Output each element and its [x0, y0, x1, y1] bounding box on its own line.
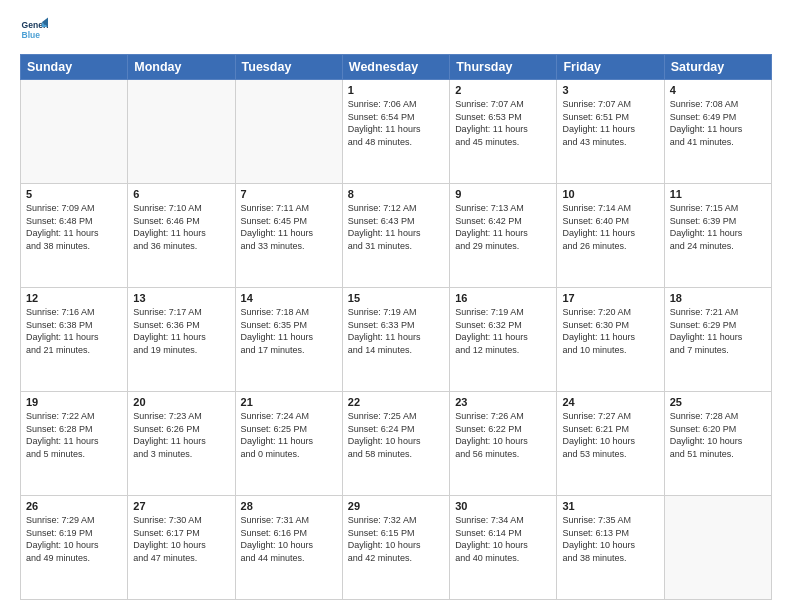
weekday-header: Wednesday: [342, 55, 449, 80]
day-number: 18: [670, 292, 766, 304]
day-number: 11: [670, 188, 766, 200]
calendar-cell: 8Sunrise: 7:12 AM Sunset: 6:43 PM Daylig…: [342, 184, 449, 288]
calendar-cell: 26Sunrise: 7:29 AM Sunset: 6:19 PM Dayli…: [21, 496, 128, 600]
day-info: Sunrise: 7:22 AM Sunset: 6:28 PM Dayligh…: [26, 410, 122, 460]
calendar-cell: 11Sunrise: 7:15 AM Sunset: 6:39 PM Dayli…: [664, 184, 771, 288]
calendar-cell: 30Sunrise: 7:34 AM Sunset: 6:14 PM Dayli…: [450, 496, 557, 600]
day-info: Sunrise: 7:28 AM Sunset: 6:20 PM Dayligh…: [670, 410, 766, 460]
calendar-row: 12Sunrise: 7:16 AM Sunset: 6:38 PM Dayli…: [21, 288, 772, 392]
calendar-cell: 5Sunrise: 7:09 AM Sunset: 6:48 PM Daylig…: [21, 184, 128, 288]
day-number: 2: [455, 84, 551, 96]
calendar-cell: 17Sunrise: 7:20 AM Sunset: 6:30 PM Dayli…: [557, 288, 664, 392]
calendar-cell: 29Sunrise: 7:32 AM Sunset: 6:15 PM Dayli…: [342, 496, 449, 600]
calendar-row: 1Sunrise: 7:06 AM Sunset: 6:54 PM Daylig…: [21, 80, 772, 184]
day-info: Sunrise: 7:24 AM Sunset: 6:25 PM Dayligh…: [241, 410, 337, 460]
day-info: Sunrise: 7:21 AM Sunset: 6:29 PM Dayligh…: [670, 306, 766, 356]
calendar-cell: 15Sunrise: 7:19 AM Sunset: 6:33 PM Dayli…: [342, 288, 449, 392]
calendar-cell: [664, 496, 771, 600]
day-number: 31: [562, 500, 658, 512]
calendar-row: 5Sunrise: 7:09 AM Sunset: 6:48 PM Daylig…: [21, 184, 772, 288]
logo-icon: General Blue: [20, 16, 48, 44]
day-info: Sunrise: 7:25 AM Sunset: 6:24 PM Dayligh…: [348, 410, 444, 460]
day-info: Sunrise: 7:13 AM Sunset: 6:42 PM Dayligh…: [455, 202, 551, 252]
calendar-cell: 28Sunrise: 7:31 AM Sunset: 6:16 PM Dayli…: [235, 496, 342, 600]
day-info: Sunrise: 7:20 AM Sunset: 6:30 PM Dayligh…: [562, 306, 658, 356]
calendar-cell: [128, 80, 235, 184]
day-info: Sunrise: 7:19 AM Sunset: 6:33 PM Dayligh…: [348, 306, 444, 356]
day-info: Sunrise: 7:26 AM Sunset: 6:22 PM Dayligh…: [455, 410, 551, 460]
day-info: Sunrise: 7:07 AM Sunset: 6:53 PM Dayligh…: [455, 98, 551, 148]
day-info: Sunrise: 7:06 AM Sunset: 6:54 PM Dayligh…: [348, 98, 444, 148]
calendar-page: General Blue SundayMondayTuesdayWednesda…: [0, 0, 792, 612]
calendar-cell: 13Sunrise: 7:17 AM Sunset: 6:36 PM Dayli…: [128, 288, 235, 392]
calendar-cell: 23Sunrise: 7:26 AM Sunset: 6:22 PM Dayli…: [450, 392, 557, 496]
day-info: Sunrise: 7:35 AM Sunset: 6:13 PM Dayligh…: [562, 514, 658, 564]
day-info: Sunrise: 7:32 AM Sunset: 6:15 PM Dayligh…: [348, 514, 444, 564]
calendar-cell: 24Sunrise: 7:27 AM Sunset: 6:21 PM Dayli…: [557, 392, 664, 496]
weekday-header: Thursday: [450, 55, 557, 80]
day-number: 20: [133, 396, 229, 408]
day-info: Sunrise: 7:09 AM Sunset: 6:48 PM Dayligh…: [26, 202, 122, 252]
day-number: 8: [348, 188, 444, 200]
calendar-cell: 27Sunrise: 7:30 AM Sunset: 6:17 PM Dayli…: [128, 496, 235, 600]
weekday-header: Tuesday: [235, 55, 342, 80]
day-number: 15: [348, 292, 444, 304]
day-number: 21: [241, 396, 337, 408]
day-info: Sunrise: 7:30 AM Sunset: 6:17 PM Dayligh…: [133, 514, 229, 564]
day-number: 28: [241, 500, 337, 512]
day-number: 23: [455, 396, 551, 408]
calendar-cell: 25Sunrise: 7:28 AM Sunset: 6:20 PM Dayli…: [664, 392, 771, 496]
logo: General Blue: [20, 16, 48, 44]
day-number: 1: [348, 84, 444, 96]
day-info: Sunrise: 7:18 AM Sunset: 6:35 PM Dayligh…: [241, 306, 337, 356]
calendar-table: SundayMondayTuesdayWednesdayThursdayFrid…: [20, 54, 772, 600]
calendar-cell: 4Sunrise: 7:08 AM Sunset: 6:49 PM Daylig…: [664, 80, 771, 184]
calendar-cell: [21, 80, 128, 184]
day-info: Sunrise: 7:07 AM Sunset: 6:51 PM Dayligh…: [562, 98, 658, 148]
day-info: Sunrise: 7:17 AM Sunset: 6:36 PM Dayligh…: [133, 306, 229, 356]
calendar-cell: 14Sunrise: 7:18 AM Sunset: 6:35 PM Dayli…: [235, 288, 342, 392]
day-number: 3: [562, 84, 658, 96]
calendar-cell: 2Sunrise: 7:07 AM Sunset: 6:53 PM Daylig…: [450, 80, 557, 184]
day-info: Sunrise: 7:34 AM Sunset: 6:14 PM Dayligh…: [455, 514, 551, 564]
day-info: Sunrise: 7:12 AM Sunset: 6:43 PM Dayligh…: [348, 202, 444, 252]
weekday-header: Friday: [557, 55, 664, 80]
calendar-cell: 21Sunrise: 7:24 AM Sunset: 6:25 PM Dayli…: [235, 392, 342, 496]
calendar-cell: [235, 80, 342, 184]
day-number: 9: [455, 188, 551, 200]
calendar-cell: 19Sunrise: 7:22 AM Sunset: 6:28 PM Dayli…: [21, 392, 128, 496]
calendar-cell: 1Sunrise: 7:06 AM Sunset: 6:54 PM Daylig…: [342, 80, 449, 184]
day-number: 10: [562, 188, 658, 200]
calendar-row: 26Sunrise: 7:29 AM Sunset: 6:19 PM Dayli…: [21, 496, 772, 600]
day-number: 13: [133, 292, 229, 304]
day-number: 7: [241, 188, 337, 200]
day-number: 24: [562, 396, 658, 408]
day-number: 14: [241, 292, 337, 304]
calendar-cell: 16Sunrise: 7:19 AM Sunset: 6:32 PM Dayli…: [450, 288, 557, 392]
day-number: 26: [26, 500, 122, 512]
calendar-cell: 7Sunrise: 7:11 AM Sunset: 6:45 PM Daylig…: [235, 184, 342, 288]
calendar-cell: 18Sunrise: 7:21 AM Sunset: 6:29 PM Dayli…: [664, 288, 771, 392]
weekday-header: Saturday: [664, 55, 771, 80]
calendar-row: 19Sunrise: 7:22 AM Sunset: 6:28 PM Dayli…: [21, 392, 772, 496]
weekday-header: Monday: [128, 55, 235, 80]
day-number: 12: [26, 292, 122, 304]
weekday-header: Sunday: [21, 55, 128, 80]
day-info: Sunrise: 7:29 AM Sunset: 6:19 PM Dayligh…: [26, 514, 122, 564]
day-info: Sunrise: 7:10 AM Sunset: 6:46 PM Dayligh…: [133, 202, 229, 252]
day-number: 30: [455, 500, 551, 512]
day-number: 22: [348, 396, 444, 408]
day-info: Sunrise: 7:08 AM Sunset: 6:49 PM Dayligh…: [670, 98, 766, 148]
day-info: Sunrise: 7:16 AM Sunset: 6:38 PM Dayligh…: [26, 306, 122, 356]
day-info: Sunrise: 7:14 AM Sunset: 6:40 PM Dayligh…: [562, 202, 658, 252]
day-number: 19: [26, 396, 122, 408]
day-number: 5: [26, 188, 122, 200]
calendar-cell: 20Sunrise: 7:23 AM Sunset: 6:26 PM Dayli…: [128, 392, 235, 496]
day-info: Sunrise: 7:11 AM Sunset: 6:45 PM Dayligh…: [241, 202, 337, 252]
day-info: Sunrise: 7:19 AM Sunset: 6:32 PM Dayligh…: [455, 306, 551, 356]
calendar-cell: 22Sunrise: 7:25 AM Sunset: 6:24 PM Dayli…: [342, 392, 449, 496]
header: General Blue: [20, 16, 772, 44]
calendar-cell: 10Sunrise: 7:14 AM Sunset: 6:40 PM Dayli…: [557, 184, 664, 288]
calendar-cell: 31Sunrise: 7:35 AM Sunset: 6:13 PM Dayli…: [557, 496, 664, 600]
day-number: 6: [133, 188, 229, 200]
